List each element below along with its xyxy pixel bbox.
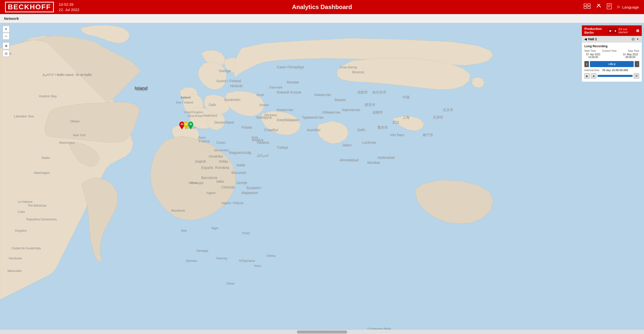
playback-play-button[interactable]: ▶ xyxy=(584,73,590,79)
section-header: Network xyxy=(0,14,644,23)
svg-rect-1 xyxy=(584,7,587,9)
svg-text:Niger: Niger xyxy=(211,226,219,230)
svg-text:Danmark: Danmark xyxy=(269,85,283,89)
svg-text:Kingston: Kingston xyxy=(15,229,27,232)
svg-text:Helsinki: Helsinki xyxy=(230,84,243,88)
datetime-display: 10:52:39 22. Jul 2022 xyxy=(59,2,79,12)
svg-text:成都市: 成都市 xyxy=(372,110,383,114)
scrubber-fill xyxy=(597,75,633,77)
svg-text:Labrador Sea: Labrador Sea xyxy=(14,114,34,118)
svg-text:Maracaibo: Maracaibo xyxy=(8,269,22,273)
svg-text:Mumbai: Mumbai xyxy=(367,161,380,165)
language-selector[interactable]: 🏳 Language xyxy=(617,5,639,9)
map-container[interactable]: Iceland Maroc Algérie Mauritanie Mali Ni… xyxy=(0,23,644,334)
interval-label: Interval time xyxy=(584,69,599,72)
svg-text:Chisinău: Chisinău xyxy=(221,185,235,189)
svg-text:Suomi / Finland: Suomi / Finland xyxy=(216,79,241,83)
svg-text:Стамбул: Стамбул xyxy=(264,128,278,132)
scrubber-track[interactable] xyxy=(597,75,633,77)
svg-text:Sverige: Sverige xyxy=(219,69,231,73)
svg-text:New York: New York xyxy=(73,133,86,137)
svg-text:Hudson Bay: Hudson Bay xyxy=(39,94,57,98)
svg-text:Great Britain: Great Britain xyxy=(187,114,203,117)
playback-pause-button[interactable]: ‖ xyxy=(584,61,589,67)
scrollbar-thumb[interactable] xyxy=(297,330,347,333)
document-icon[interactable] xyxy=(607,3,612,11)
svg-text:Algérie / Kéfyote: Algérie / Kéfyote xyxy=(221,201,244,205)
svg-text:Algérie: Algérie xyxy=(206,191,216,195)
panel-minimize-button[interactable]: ⊠ xyxy=(636,29,639,33)
panel-stop-button[interactable]: ■ xyxy=(613,28,617,33)
svg-text:Ottawa: Ottawa xyxy=(70,120,79,123)
svg-text:武汉: 武汉 xyxy=(392,120,399,124)
svg-text:Washington: Washington xyxy=(59,141,75,145)
svg-text:Ahmedabad: Ahmedabad xyxy=(340,158,359,162)
svg-text:Cuba: Cuba xyxy=(18,210,25,214)
svg-text:Мариупол: Мариупол xyxy=(242,191,258,195)
svg-text:Nederland: Nederland xyxy=(203,114,217,117)
svg-text:哈尔滨市: 哈尔滨市 xyxy=(372,90,386,94)
stop-time-value: 13. May 2022 06:00:00 xyxy=(622,53,639,59)
svg-text:Ашгабат: Ашгабат xyxy=(307,128,321,132)
svg-text:重庆市: 重庆市 xyxy=(377,125,388,129)
hall-collapse-icon[interactable]: ◀ xyxy=(584,37,587,41)
svg-text:The Bahamas: The Bahamas xyxy=(28,204,47,207)
svg-text:Бухарест: Бухарест xyxy=(247,186,262,190)
hall-expand-button[interactable]: ▼ xyxy=(636,37,639,41)
hall-header: ◀ Hall 1 ▼ xyxy=(582,36,642,42)
tools-icon[interactable] xyxy=(596,3,602,11)
svg-text:Санкт-Петербург: Санкт-Петербург xyxy=(277,65,304,69)
svg-text:Москва: Москва xyxy=(287,80,299,84)
svg-text:南宁市: 南宁市 xyxy=(423,133,433,137)
svg-text:Кийів: Кийів xyxy=(236,163,245,167)
hall-title: Hall 1 xyxy=(588,37,597,41)
svg-text:Washington: Washington xyxy=(34,171,50,175)
recording-title: Long Recording xyxy=(584,44,639,48)
zoom-in-button[interactable]: + xyxy=(3,26,10,33)
svg-text:Barcelona: Barcelona xyxy=(201,176,217,180)
svg-text:București: București xyxy=(231,171,246,175)
bottom-scrollbar[interactable] xyxy=(0,329,644,334)
svg-point-124 xyxy=(181,123,183,125)
interval-value: 35 day 16:00:00.000 xyxy=(602,69,628,72)
svg-text:France: France xyxy=(199,139,210,143)
panel-controls: ▶ ■ 3/3 not started ⊠ xyxy=(609,28,639,34)
svg-text:ᐃᓄᒃᑎᑐᑦ / Baffin Island - Île d: ᐃᓄᒃᑎᑐᑦ / Baffin Island - Île de Baffin xyxy=(43,73,92,77)
panel-play-button[interactable]: ▶ xyxy=(609,28,612,33)
progress-bar[interactable]: >35 d xyxy=(590,61,634,67)
svg-text:北京市: 北京市 xyxy=(443,108,453,112)
svg-text:Türkiye: Türkiye xyxy=(277,146,288,150)
locate-button[interactable]: ◎ xyxy=(3,50,10,57)
svg-text:N'Djaména: N'Djaména xyxy=(239,259,255,263)
compass-button[interactable]: ⊕ xyxy=(3,42,10,49)
right-panel: Production Berlin ▶ ■ 3/3 not started ⊠ … xyxy=(582,25,642,82)
svg-text:Jaipur: Jaipur xyxy=(342,143,352,147)
svg-rect-2 xyxy=(588,4,590,6)
dashboard-icon[interactable] xyxy=(584,4,591,11)
map-pin-green[interactable] xyxy=(188,121,193,130)
stop-time-label: Stop Time xyxy=(628,50,639,52)
map-controls: + − ⊕ ◎ xyxy=(3,26,10,57)
refresh-button[interactable]: ↺ xyxy=(634,73,639,79)
svg-text:Казахстан: Казахстан xyxy=(314,93,331,97)
svg-text:西安市: 西安市 xyxy=(365,103,375,107)
svg-text:Eire / Ireland: Eire / Ireland xyxy=(176,101,193,104)
app-header: BECKHOFF 10:52:39 22. Jul 2022 Analytics… xyxy=(0,0,644,14)
svg-text:Magyarország: Magyarország xyxy=(229,151,251,155)
svg-text:Eesti: Eesti xyxy=(257,93,264,97)
time-separator: - xyxy=(611,55,612,57)
svg-text:Монгол: Монгол xyxy=(352,70,364,74)
svg-text:States: States xyxy=(42,156,50,160)
panel-status: 3/3 not started xyxy=(618,28,634,34)
hall-header-right: ▼ xyxy=(632,37,639,41)
zoom-controls: + − xyxy=(3,26,10,40)
progress-end-button[interactable]: ⊣ xyxy=(635,61,639,67)
svg-text:Hyderabad: Hyderabad xyxy=(377,156,395,160)
svg-text:Туркменістан: Туркменістан xyxy=(302,115,324,119)
svg-text:Киргизстан: Киргизстан xyxy=(342,108,360,112)
svg-text:中国: 中国 xyxy=(403,95,410,99)
zoom-out-button[interactable]: − xyxy=(3,33,10,40)
svg-text:La Habana: La Habana xyxy=(18,200,32,204)
playback-stop-button[interactable]: ■ xyxy=(591,73,596,79)
svg-text:România: România xyxy=(215,166,229,170)
